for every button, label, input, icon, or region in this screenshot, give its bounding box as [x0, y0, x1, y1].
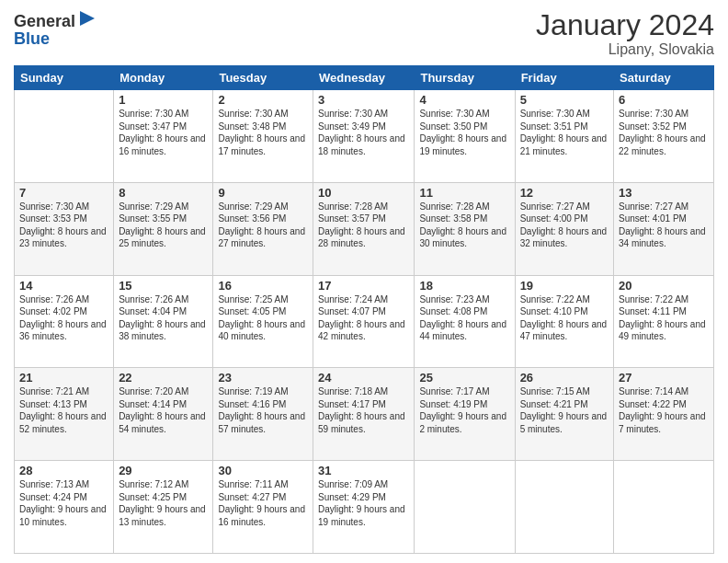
logo-flag-icon [76, 9, 97, 33]
day-number: 25 [419, 371, 509, 385]
calendar-cell: 5Sunrise: 7:30 AMSunset: 3:51 PMDaylight… [515, 90, 613, 183]
calendar-cell: 2Sunrise: 7:30 AMSunset: 3:48 PMDaylight… [213, 90, 313, 183]
calendar-header-row: Sunday Monday Tuesday Wednesday Thursday… [15, 66, 714, 90]
day-number: 14 [19, 279, 108, 293]
day-info: Sunrise: 7:29 AMSunset: 3:55 PMDaylight:… [119, 201, 208, 250]
calendar-cell: 18Sunrise: 7:23 AMSunset: 4:08 PMDayligh… [415, 275, 515, 368]
day-number: 9 [218, 186, 308, 200]
calendar-cell: 17Sunrise: 7:24 AMSunset: 4:07 PMDayligh… [313, 275, 415, 368]
day-number: 8 [119, 186, 208, 200]
day-info: Sunrise: 7:23 AMSunset: 4:08 PMDaylight:… [419, 293, 509, 343]
calendar-cell: 24Sunrise: 7:18 AMSunset: 4:17 PMDayligh… [313, 368, 415, 461]
calendar-cell [15, 90, 114, 183]
day-info: Sunrise: 7:26 AMSunset: 4:04 PMDaylight:… [119, 293, 208, 343]
day-number: 2 [218, 93, 308, 107]
day-number: 17 [318, 279, 409, 293]
header-saturday: Saturday [614, 66, 714, 90]
day-info: Sunrise: 7:30 AMSunset: 3:49 PMDaylight:… [318, 108, 409, 157]
day-number: 18 [419, 279, 509, 293]
calendar-table: Sunday Monday Tuesday Wednesday Thursday… [14, 65, 714, 554]
day-number: 4 [419, 93, 509, 107]
day-info: Sunrise: 7:30 AMSunset: 3:53 PMDaylight:… [19, 201, 108, 250]
day-info: Sunrise: 7:27 AMSunset: 4:00 PMDaylight:… [520, 201, 609, 250]
logo-general: General [14, 12, 75, 31]
day-info: Sunrise: 7:21 AMSunset: 4:13 PMDaylight:… [19, 385, 108, 435]
day-info: Sunrise: 7:09 AMSunset: 4:29 PMDaylight:… [318, 478, 409, 528]
day-number: 20 [619, 279, 709, 293]
header-wednesday: Wednesday [313, 66, 415, 90]
page: General Blue January 2024 Lipany, Slovak… [0, 0, 728, 563]
header: General Blue January 2024 Lipany, Slovak… [14, 9, 714, 58]
day-number: 27 [619, 371, 709, 385]
calendar-cell: 16Sunrise: 7:25 AMSunset: 4:05 PMDayligh… [213, 275, 313, 368]
day-info: Sunrise: 7:12 AMSunset: 4:25 PMDaylight:… [119, 478, 208, 528]
header-tuesday: Tuesday [213, 66, 313, 90]
day-info: Sunrise: 7:30 AMSunset: 3:52 PMDaylight:… [619, 108, 709, 157]
calendar-cell [415, 461, 515, 554]
calendar-cell: 25Sunrise: 7:17 AMSunset: 4:19 PMDayligh… [415, 368, 515, 461]
day-info: Sunrise: 7:29 AMSunset: 3:56 PMDaylight:… [218, 201, 308, 250]
day-number: 22 [119, 371, 208, 385]
day-number: 16 [218, 279, 308, 293]
day-info: Sunrise: 7:26 AMSunset: 4:02 PMDaylight:… [19, 293, 108, 343]
header-friday: Friday [515, 66, 613, 90]
day-info: Sunrise: 7:14 AMSunset: 4:22 PMDaylight:… [619, 385, 709, 435]
calendar-cell: 15Sunrise: 7:26 AMSunset: 4:04 PMDayligh… [114, 275, 213, 368]
day-info: Sunrise: 7:25 AMSunset: 4:05 PMDaylight:… [218, 293, 308, 343]
day-info: Sunrise: 7:30 AMSunset: 3:50 PMDaylight:… [419, 108, 509, 157]
page-title: January 2024 [536, 9, 714, 41]
calendar-cell: 7Sunrise: 7:30 AMSunset: 3:53 PMDaylight… [15, 182, 114, 275]
day-number: 3 [318, 93, 409, 107]
calendar-cell: 22Sunrise: 7:20 AMSunset: 4:14 PMDayligh… [114, 368, 213, 461]
calendar-cell: 19Sunrise: 7:22 AMSunset: 4:10 PMDayligh… [515, 275, 613, 368]
calendar-cell [614, 461, 714, 554]
page-subtitle: Lipany, Slovakia [536, 41, 714, 58]
day-number: 13 [619, 186, 709, 200]
day-number: 7 [19, 186, 108, 200]
calendar-cell: 30Sunrise: 7:11 AMSunset: 4:27 PMDayligh… [213, 461, 313, 554]
logo-text: General Blue [14, 9, 97, 49]
calendar-cell [515, 461, 613, 554]
day-number: 28 [19, 464, 108, 477]
day-info: Sunrise: 7:11 AMSunset: 4:27 PMDaylight:… [218, 478, 308, 528]
day-info: Sunrise: 7:22 AMSunset: 4:11 PMDaylight:… [619, 293, 709, 343]
calendar-cell: 29Sunrise: 7:12 AMSunset: 4:25 PMDayligh… [114, 461, 213, 554]
title-block: January 2024 Lipany, Slovakia [536, 9, 714, 58]
calendar-cell: 6Sunrise: 7:30 AMSunset: 3:52 PMDaylight… [614, 90, 714, 183]
day-number: 31 [318, 464, 409, 477]
calendar-cell: 14Sunrise: 7:26 AMSunset: 4:02 PMDayligh… [15, 275, 114, 368]
calendar-cell: 31Sunrise: 7:09 AMSunset: 4:29 PMDayligh… [313, 461, 415, 554]
day-number: 1 [119, 93, 208, 107]
day-number: 6 [619, 93, 709, 107]
day-info: Sunrise: 7:19 AMSunset: 4:16 PMDaylight:… [218, 385, 308, 435]
day-number: 19 [520, 279, 609, 293]
day-number: 12 [520, 186, 609, 200]
calendar-cell: 10Sunrise: 7:28 AMSunset: 3:57 PMDayligh… [313, 182, 415, 275]
day-number: 24 [318, 371, 409, 385]
day-info: Sunrise: 7:30 AMSunset: 3:51 PMDaylight:… [520, 108, 609, 157]
calendar-cell: 13Sunrise: 7:27 AMSunset: 4:01 PMDayligh… [614, 182, 714, 275]
day-number: 30 [218, 464, 308, 477]
day-info: Sunrise: 7:28 AMSunset: 3:57 PMDaylight:… [318, 201, 409, 250]
logo: General Blue [14, 9, 97, 49]
day-number: 5 [520, 93, 609, 107]
day-number: 23 [218, 371, 308, 385]
day-number: 29 [119, 464, 208, 477]
day-info: Sunrise: 7:27 AMSunset: 4:01 PMDaylight:… [619, 201, 709, 250]
calendar-cell: 12Sunrise: 7:27 AMSunset: 4:00 PMDayligh… [515, 182, 613, 275]
day-number: 10 [318, 186, 409, 200]
day-info: Sunrise: 7:28 AMSunset: 3:58 PMDaylight:… [419, 201, 509, 250]
day-number: 26 [520, 371, 609, 385]
calendar-cell: 28Sunrise: 7:13 AMSunset: 4:24 PMDayligh… [15, 461, 114, 554]
day-info: Sunrise: 7:13 AMSunset: 4:24 PMDaylight:… [19, 478, 108, 528]
svg-marker-0 [80, 11, 95, 26]
header-thursday: Thursday [415, 66, 515, 90]
day-info: Sunrise: 7:15 AMSunset: 4:21 PMDaylight:… [520, 385, 609, 435]
day-info: Sunrise: 7:18 AMSunset: 4:17 PMDaylight:… [318, 385, 409, 435]
day-number: 21 [19, 371, 108, 385]
day-number: 15 [119, 279, 208, 293]
calendar-cell: 26Sunrise: 7:15 AMSunset: 4:21 PMDayligh… [515, 368, 613, 461]
day-info: Sunrise: 7:30 AMSunset: 3:48 PMDaylight:… [218, 108, 308, 157]
day-info: Sunrise: 7:30 AMSunset: 3:47 PMDaylight:… [119, 108, 208, 157]
calendar-cell: 1Sunrise: 7:30 AMSunset: 3:47 PMDaylight… [114, 90, 213, 183]
